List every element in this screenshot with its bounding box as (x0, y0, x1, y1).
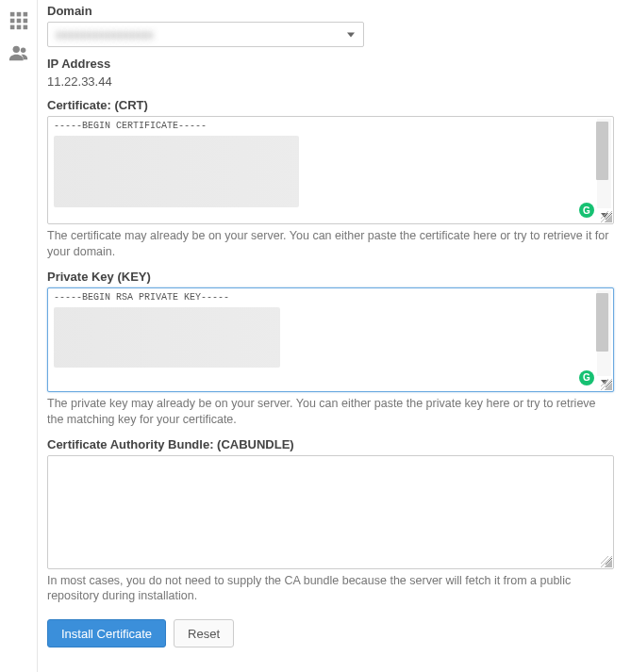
svg-rect-1 (17, 11, 22, 16)
svg-point-10 (21, 47, 26, 53)
svg-rect-7 (17, 25, 22, 29)
main-content: Domain xxxxxxxxxxxxxxxx IP Address 11.22… (38, 0, 631, 672)
key-redacted-content (54, 307, 280, 368)
ip-label: IP Address (47, 57, 614, 71)
resize-handle[interactable] (601, 379, 612, 390)
crt-field: Certificate: (CRT) The certificate may a… (47, 98, 614, 260)
install-certificate-button[interactable]: Install Certificate (47, 619, 166, 647)
crt-redacted-content (54, 136, 299, 207)
apps-icon (8, 10, 29, 34)
cabundle-field: Certificate Authority Bundle: (CABUNDLE)… (47, 437, 614, 605)
cabundle-textarea-wrap (47, 455, 614, 569)
scrollbar[interactable] (597, 119, 611, 208)
sidebar-item-apps[interactable] (0, 6, 38, 38)
sidebar (0, 0, 38, 672)
domain-label: Domain (47, 4, 614, 18)
ip-value: 11.22.33.44 (47, 74, 614, 89)
grammarly-icon (579, 203, 594, 218)
svg-rect-5 (24, 18, 28, 23)
domain-field: Domain xxxxxxxxxxxxxxxx (47, 4, 614, 47)
users-icon (8, 42, 29, 66)
key-help: The private key may already be on your s… (47, 396, 614, 428)
cabundle-help: In most cases, you do not need to supply… (47, 573, 614, 605)
crt-textarea-wrap (47, 116, 614, 224)
svg-rect-3 (10, 18, 15, 23)
resize-handle[interactable] (601, 211, 612, 222)
domain-select[interactable]: xxxxxxxxxxxxxxxx (47, 22, 364, 47)
svg-rect-8 (24, 25, 28, 29)
grammarly-icon (579, 370, 594, 385)
domain-selected-value: xxxxxxxxxxxxxxxx (56, 28, 154, 41)
page-layout: Domain xxxxxxxxxxxxxxxx IP Address 11.22… (0, 0, 631, 672)
svg-rect-6 (10, 25, 15, 29)
sidebar-item-users[interactable] (0, 38, 38, 70)
svg-rect-0 (10, 11, 15, 16)
crt-help: The certificate may already be on your s… (47, 228, 614, 260)
scrollbar-thumb[interactable] (596, 293, 608, 352)
key-textarea-wrap (47, 287, 614, 392)
cabundle-textarea[interactable] (48, 456, 613, 565)
key-label: Private Key (KEY) (47, 270, 614, 284)
resize-handle[interactable] (601, 556, 612, 567)
reset-button[interactable]: Reset (174, 619, 234, 647)
svg-rect-2 (24, 11, 28, 16)
svg-rect-4 (17, 18, 22, 23)
crt-label: Certificate: (CRT) (47, 98, 614, 112)
scrollbar[interactable] (597, 290, 611, 376)
cabundle-label: Certificate Authority Bundle: (CABUNDLE) (47, 437, 614, 451)
key-field: Private Key (KEY) The private key may al… (47, 270, 614, 428)
ip-field: IP Address 11.22.33.44 (47, 57, 614, 89)
scrollbar-thumb[interactable] (596, 122, 608, 180)
svg-point-9 (13, 45, 20, 52)
button-row: Install Certificate Reset (47, 619, 614, 647)
